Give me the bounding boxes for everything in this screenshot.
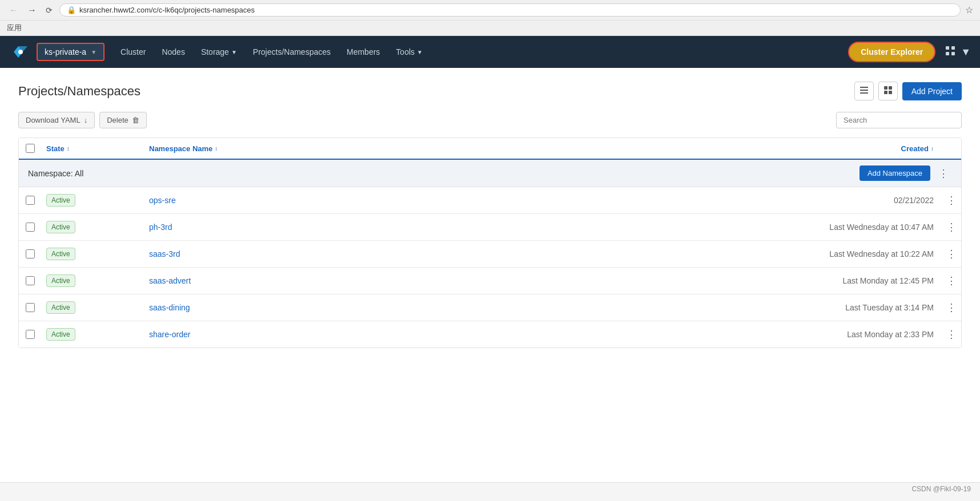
active-badge-4: Active xyxy=(46,301,75,314)
storage-chevron-icon: ▼ xyxy=(231,49,237,55)
row-name-2: saas-3rd xyxy=(144,249,813,258)
row-kebab-button-3[interactable]: ⋮ xyxy=(943,273,960,288)
row-actions-1: ⋮ xyxy=(938,220,961,235)
row-actions-2: ⋮ xyxy=(938,247,961,261)
row-kebab-button-0[interactable]: ⋮ xyxy=(943,193,960,208)
nav-members-link[interactable]: Members xyxy=(340,43,387,61)
state-sort-icon: ↕ xyxy=(67,146,70,152)
row-checkbox-cell-5 xyxy=(19,330,42,339)
nav-nodes-link[interactable]: Nodes xyxy=(155,43,191,61)
row-actions-0: ⋮ xyxy=(938,193,961,208)
back-button[interactable]: ← xyxy=(7,4,21,17)
row-checkbox-2[interactable] xyxy=(26,249,35,258)
nav-projects-namespaces-link[interactable]: Projects/Namespaces xyxy=(246,43,338,61)
nav-storage-label: Storage xyxy=(201,47,229,56)
row-checkbox-3[interactable] xyxy=(26,276,35,285)
namespace-sort-icon: ↕ xyxy=(215,146,218,152)
bookmark-star-icon[interactable]: ☆ xyxy=(965,5,973,15)
row-name-4: saas-dining xyxy=(144,303,813,312)
cluster-chevron-icon: ▼ xyxy=(91,49,97,55)
cluster-explorer-button[interactable]: Cluster Explorer xyxy=(848,42,935,62)
nav-storage-link[interactable]: Storage ▼ xyxy=(194,43,244,61)
svg-rect-11 xyxy=(884,91,887,94)
group-kebab-button[interactable]: ⋮ xyxy=(935,166,952,181)
nav-tools-link[interactable]: Tools ▼ xyxy=(389,43,429,61)
grid-icon-button[interactable] xyxy=(945,45,956,59)
namespace-link-3[interactable]: saas-advert xyxy=(149,276,191,285)
bookmarks-label: 应用 xyxy=(7,23,22,32)
header-actions: Add Project xyxy=(854,82,962,100)
delete-button[interactable]: Delete 🗑 xyxy=(99,112,147,128)
table-row: Active ops-sre 02/21/2022 ⋮ xyxy=(19,187,961,214)
active-badge-1: Active xyxy=(46,221,75,233)
row-checkbox-0[interactable] xyxy=(26,196,35,205)
created-column-label: Created xyxy=(901,144,929,153)
svg-rect-12 xyxy=(889,91,892,94)
namespace-link-4[interactable]: saas-dining xyxy=(149,303,190,312)
nav-cluster-link[interactable]: Cluster xyxy=(114,43,152,61)
search-input[interactable] xyxy=(836,112,962,128)
svg-rect-6 xyxy=(860,87,868,88)
row-actions-4: ⋮ xyxy=(938,300,961,315)
lock-icon: 🔒 xyxy=(67,6,76,14)
svg-rect-7 xyxy=(860,90,868,91)
row-kebab-button-1[interactable]: ⋮ xyxy=(943,220,960,235)
active-badge-3: Active xyxy=(46,274,75,287)
cluster-selector[interactable]: ks-private-a ▼ xyxy=(37,43,105,61)
svg-rect-4 xyxy=(946,52,949,55)
namespace-name-column-header[interactable]: Namespace Name ↕ xyxy=(144,144,813,153)
select-all-checkbox[interactable] xyxy=(26,144,35,153)
row-state-3: Active xyxy=(42,274,144,287)
namespace-link-0[interactable]: ops-sre xyxy=(149,196,176,205)
bookmarks-bar: 应用 xyxy=(0,21,980,36)
row-kebab-button-4[interactable]: ⋮ xyxy=(943,300,960,315)
created-column-header[interactable]: Created ↕ xyxy=(813,144,938,153)
table-header: State ↕ Namespace Name ↕ Created ↕ xyxy=(19,138,961,160)
add-project-button[interactable]: Add Project xyxy=(902,82,962,100)
row-checkbox-5[interactable] xyxy=(26,330,35,339)
state-column-header[interactable]: State ↕ xyxy=(42,144,144,153)
card-view-toggle[interactable] xyxy=(878,82,898,100)
row-checkbox-cell-4 xyxy=(19,303,42,312)
namespace-link-2[interactable]: saas-3rd xyxy=(149,249,180,258)
row-state-4: Active xyxy=(42,301,144,314)
top-nav: ks-private-a ▼ Cluster Nodes Storage ▼ P… xyxy=(0,36,980,68)
state-column-label: State xyxy=(46,144,65,153)
row-kebab-button-5[interactable]: ⋮ xyxy=(943,327,960,342)
row-state-2: Active xyxy=(42,248,144,260)
nav-dropdown-button[interactable]: ▼ xyxy=(961,46,971,58)
row-checkbox-cell-3 xyxy=(19,276,42,285)
toolbar: Download YAML ↓ Delete 🗑 xyxy=(18,112,962,128)
svg-point-1 xyxy=(18,50,23,54)
nav-right: ▼ xyxy=(945,45,971,59)
group-header-actions: Add Namespace ⋮ xyxy=(859,165,952,181)
namespace-link-1[interactable]: ph-3rd xyxy=(149,223,172,232)
url-bar[interactable]: 🔒 ksrancher.hwwt2.com/c/c-lk6qc/projects… xyxy=(59,3,961,17)
row-kebab-button-2[interactable]: ⋮ xyxy=(943,247,960,261)
tools-chevron-icon: ▼ xyxy=(417,49,423,55)
row-checkbox-1[interactable] xyxy=(26,223,35,232)
row-checkbox-cell-0 xyxy=(19,196,42,205)
trash-icon: 🗑 xyxy=(132,116,139,124)
download-yaml-button[interactable]: Download YAML ↓ xyxy=(18,112,95,128)
add-namespace-button[interactable]: Add Namespace xyxy=(859,165,930,181)
namespace-name-column-label: Namespace Name xyxy=(149,144,212,153)
svg-rect-2 xyxy=(946,46,949,50)
table-container: State ↕ Namespace Name ↕ Created ↕ Names… xyxy=(18,138,962,348)
row-created-4: Last Tuesday at 3:14 PM xyxy=(813,303,938,312)
reload-button[interactable]: ⟳ xyxy=(43,5,55,16)
list-view-toggle[interactable] xyxy=(854,82,874,100)
page-header: Projects/Namespaces Add Project xyxy=(18,82,962,100)
table-rows: Active ops-sre 02/21/2022 ⋮ Active ph-3r… xyxy=(19,187,961,348)
row-state-0: Active xyxy=(42,194,144,207)
row-name-0: ops-sre xyxy=(144,196,813,205)
row-created-1: Last Wednesday at 10:47 AM xyxy=(813,223,938,232)
table-row: Active saas-advert Last Monday at 12:45 … xyxy=(19,268,961,294)
header-checkbox-cell xyxy=(19,144,42,153)
namespace-link-5[interactable]: share-order xyxy=(149,330,190,339)
row-checkbox-4[interactable] xyxy=(26,303,35,312)
forward-button[interactable]: → xyxy=(25,4,39,17)
page-title: Projects/Namespaces xyxy=(18,84,140,99)
row-checkbox-cell-1 xyxy=(19,223,42,232)
svg-rect-5 xyxy=(951,52,955,55)
